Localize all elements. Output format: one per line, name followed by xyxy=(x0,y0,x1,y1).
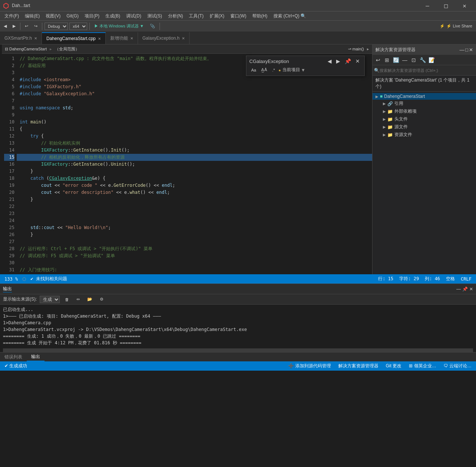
tb-icon-6[interactable]: 🔧 xyxy=(418,56,427,64)
back-button[interactable]: ◀ xyxy=(1,23,9,29)
bottom-tab-output[interactable]: 输出 xyxy=(27,352,45,361)
search-solution-input[interactable] xyxy=(380,68,475,73)
undo-button[interactable]: ↩ xyxy=(23,23,30,29)
tb-icon-5[interactable]: ⊡ xyxy=(410,56,418,64)
menu-search[interactable]: 搜索 (Ctrl+Q) 🔍 xyxy=(270,12,309,20)
tree-item-resource-files[interactable]: ▶ 📁 资源文件 xyxy=(372,131,476,139)
output-settings-btn[interactable]: ⚙ xyxy=(98,296,106,302)
menu-test[interactable]: 测试(S) xyxy=(144,12,165,20)
solution-explorer-bottom-btn[interactable]: 解决方案资源管理器 xyxy=(337,363,380,369)
menu-extensions[interactable]: 扩展(X) xyxy=(207,12,227,20)
tab-label: DahengCameraStart.cpp xyxy=(46,36,96,41)
debug-config-dropdown[interactable]: Debug xyxy=(45,23,68,30)
encoding-status[interactable]: CRLF xyxy=(459,276,473,282)
tab-dahengcamerastart[interactable]: DahengCameraStart.cpp ✕ xyxy=(42,32,106,44)
regex-button[interactable]: .* xyxy=(270,67,277,73)
find-dialog-next[interactable]: ▶ xyxy=(335,58,342,64)
output-pin-btn[interactable]: 📌 xyxy=(462,287,468,292)
col-status[interactable]: 列: 46 xyxy=(423,276,441,282)
reference-arrow-icon: ▶ xyxy=(383,102,386,106)
menu-debug[interactable]: 调试(D) xyxy=(123,12,144,20)
output-open-btn[interactable]: 📂 xyxy=(85,296,95,302)
tb-icon-3[interactable]: 🔄 xyxy=(392,56,400,64)
menu-git[interactable]: Git(G) xyxy=(63,13,82,19)
header-files-label: 头文件 xyxy=(394,116,408,122)
line-status[interactable]: 行: 15 xyxy=(377,276,395,282)
find-dialog-close[interactable]: ✕ xyxy=(354,58,361,64)
close-icon[interactable]: ✕ xyxy=(130,36,133,40)
code-line-27 xyxy=(17,238,372,245)
reference-icon: 🔗 xyxy=(387,101,393,106)
output-line-6: ======== 生成 开始于 4:12 PM，花费了 01.816 秒 ===… xyxy=(3,340,473,346)
minimize-button[interactable]: — xyxy=(419,0,436,11)
tree-item-header-files[interactable]: ▶ 📁 头文件 xyxy=(372,115,476,123)
tree-item-project[interactable]: ▶ ■ DahengCameraStart xyxy=(372,93,476,100)
scroll-right-icon[interactable]: ▸ xyxy=(367,47,369,52)
find-dropdown-icon[interactable]: ▼ xyxy=(302,67,304,73)
menu-file[interactable]: 文件(F) xyxy=(1,12,22,20)
code-line-28: // 运行程序: Ctrl + F5 或调试 > "开始执行(不调试)" 菜单 xyxy=(17,245,372,252)
menu-window[interactable]: 窗口(W) xyxy=(227,12,249,20)
code-editor[interactable]: ⊟ DahengCameraStart ▸ （全局范围） ⇀ main() ▸ … xyxy=(2,44,372,274)
build-success-status[interactable]: ✔ 生成成功 xyxy=(3,363,29,369)
tree-item-external-deps[interactable]: ▶ 📁 外部依赖项 xyxy=(372,107,476,115)
code-line-7 xyxy=(17,97,372,105)
menu-project[interactable]: 项目(P) xyxy=(82,12,102,20)
maximize-button[interactable]: □ xyxy=(437,0,454,11)
menu-tools[interactable]: 工具(T) xyxy=(186,12,206,20)
find-dialog-prev[interactable]: ◀ xyxy=(326,58,333,64)
tab-gxsmartptr[interactable]: GXSmartPtr.h ✕ xyxy=(0,32,42,44)
output-panel: 输出 — 📌 ✕ 显示输出来源(S): 生成 🗑 ⇔ 📂 ⚙ 已启动生成... … xyxy=(0,284,476,352)
add-to-source-control[interactable]: ➕ 添加到源代码管理 xyxy=(287,363,332,369)
case-sensitive-button[interactable]: Aa xyxy=(249,67,258,73)
char-status[interactable]: 字符: 29 xyxy=(398,276,420,282)
git-changes-btn[interactable]: Git 更改 xyxy=(384,363,403,369)
no-problems-status[interactable]: ✔ 未找到相关问题 xyxy=(29,276,68,282)
zoom-level[interactable]: 133 % xyxy=(3,276,19,282)
menu-analyze[interactable]: 分析(N) xyxy=(165,12,186,20)
menu-help[interactable]: 帮助(H) xyxy=(249,12,270,20)
whole-word-button[interactable]: A̲Ā xyxy=(259,66,269,73)
tree-item-reference[interactable]: ▶ 🔗 引用 xyxy=(372,100,476,107)
tab-newfeatures[interactable]: 新增功能 ✕ xyxy=(106,32,138,44)
attach-button[interactable]: 📎 xyxy=(148,23,157,29)
output-clear-btn[interactable]: 🗑 xyxy=(63,297,71,302)
bottom-tab-errors[interactable]: 错误列表 xyxy=(0,352,27,361)
output-horizontal-scrollbar[interactable] xyxy=(3,348,473,352)
output-float-btn[interactable]: — xyxy=(456,287,461,292)
tab-galaxyexception[interactable]: GalaxyException.h ✕ xyxy=(138,32,190,44)
cloud-discussion-btn[interactable]: 🗨 云端讨论… xyxy=(442,363,473,369)
tab-output-active[interactable]: 输出 xyxy=(3,286,12,292)
output-wrap-btn[interactable]: ⇔ xyxy=(74,296,82,302)
code-line-29: // 调试程序: F5 或调试 > "开始调试" 菜单 xyxy=(17,252,372,259)
tb-icon-2[interactable]: ⊞ xyxy=(383,56,391,64)
redo-button[interactable]: ↪ xyxy=(32,23,40,29)
code-line-19: cout << "error code " << e.GetErrorCode(… xyxy=(17,182,372,189)
platform-dropdown[interactable]: x64 xyxy=(69,23,87,30)
close-icon[interactable]: ✕ xyxy=(182,36,185,40)
tb-icon-4[interactable]: — xyxy=(401,56,409,64)
code-line-30 xyxy=(17,259,372,266)
tb-icon-7[interactable]: 📝 xyxy=(427,56,436,64)
tree-item-source-files[interactable]: ▶ 📁 源文件 xyxy=(372,123,476,131)
menu-edit[interactable]: 编辑(E) xyxy=(22,12,43,20)
live-share-button[interactable]: ⚡ ⚡ Live Share xyxy=(437,23,475,29)
forward-button[interactable]: ▶ xyxy=(10,23,18,29)
code-lines[interactable]: // DahengCameraStart.cpp : 此文件包含 "main" … xyxy=(17,54,372,274)
tb-icon-1[interactable]: ↩ xyxy=(374,56,382,64)
scope-label: （全局范围） xyxy=(55,46,79,52)
run-button[interactable]: ▶ 本地 Windows 调试器 ▼ xyxy=(92,23,146,30)
close-icon[interactable]: ✕ xyxy=(98,37,101,41)
company-btn[interactable]: ⊞ 领英企业… xyxy=(407,363,437,369)
panel-float-button[interactable]: □ xyxy=(465,47,468,53)
menu-view[interactable]: 视图(V) xyxy=(43,12,63,20)
indent-status[interactable]: 空格 xyxy=(444,276,456,282)
find-dialog-pin[interactable]: 📌 xyxy=(343,58,352,64)
output-source-dropdown[interactable]: 生成 xyxy=(40,296,60,303)
close-button[interactable]: ✕ xyxy=(456,0,473,11)
close-icon[interactable]: ✕ xyxy=(34,36,37,40)
panel-collapse-button[interactable]: — xyxy=(460,47,464,53)
panel-close-button[interactable]: ✕ xyxy=(469,47,473,53)
output-close-btn[interactable]: ✕ xyxy=(469,287,473,292)
menu-build[interactable]: 生成(B) xyxy=(102,12,123,20)
